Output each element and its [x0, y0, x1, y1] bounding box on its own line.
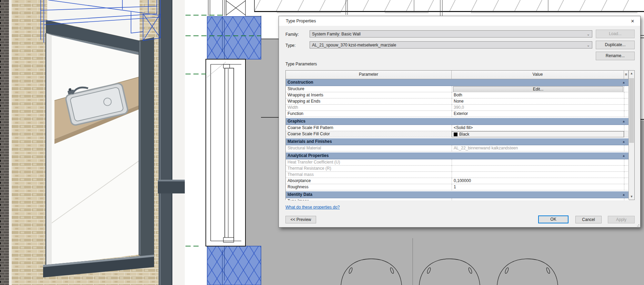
scroll-down-icon[interactable]: ▼	[629, 194, 634, 200]
param-row-roughness[interactable]: Roughness1	[286, 184, 629, 190]
section-title: Materials and Finishes	[286, 138, 619, 145]
row-equalizer-cell	[624, 105, 629, 111]
scroll-up-icon[interactable]: ▲	[629, 71, 634, 76]
color-name: Black	[459, 131, 469, 137]
viewport-3d-view[interactable]	[0, 0, 185, 285]
resize-grip[interactable]	[636, 223, 639, 226]
section-header-graphics[interactable]: Graphics«	[286, 118, 629, 125]
row-equalizer-cell	[624, 98, 629, 105]
param-row-thermal-mass[interactable]: Thermal mass	[286, 172, 629, 178]
param-row-structure[interactable]: StructureEdit...	[286, 86, 629, 92]
family-dropdown[interactable]: System Family: Basic Wall ⌄	[310, 30, 592, 38]
table-scrollbar[interactable]: ▲ ▼	[628, 71, 634, 200]
selected-wall-bottom[interactable]	[207, 246, 261, 285]
type-dropdown[interactable]: AL_21_spouw_370 kzst-metselwerk_marziale…	[310, 41, 592, 49]
param-row-type-image[interactable]: Type Image	[286, 198, 629, 200]
param-value[interactable]: Edit...	[452, 86, 624, 92]
chevron-down-icon[interactable]: ⌄	[587, 42, 590, 49]
window-left-jamb	[46, 33, 52, 273]
close-icon[interactable]: ✕	[628, 18, 637, 25]
preview-toggle-button[interactable]: << Preview	[285, 216, 316, 223]
param-name: Coarse Scale Fill Color	[286, 131, 452, 137]
dark-brick-pier	[0, 0, 9, 285]
section-header-materials-and-finishes[interactable]: Materials and Finishes«	[286, 138, 629, 145]
param-name: Width	[286, 105, 452, 111]
section-collapse-icon[interactable]: «	[621, 151, 627, 161]
param-value[interactable]: Black	[452, 131, 624, 137]
duplicate-button[interactable]: Duplicate...	[596, 41, 635, 49]
section-collapse-icon[interactable]: «	[621, 190, 627, 200]
column-header-parameter[interactable]: Parameter	[286, 71, 452, 79]
dialog-title: Type Properties	[286, 19, 316, 23]
family-value: System Family: Basic Wall	[312, 32, 361, 36]
param-value[interactable]: None	[452, 98, 624, 105]
param-row-thermal-resistance-r-[interactable]: Thermal Resistance (R)	[286, 166, 629, 172]
type-value: AL_21_spouw_370 kzst-metselwerk_marziale	[312, 43, 396, 48]
hatched-wall-plan	[254, 0, 644, 11]
param-name: Type Image	[286, 198, 452, 200]
section-header-identity-data[interactable]: Identity Data«	[286, 191, 629, 198]
window-plan-between-walls[interactable]	[206, 59, 245, 246]
param-name: Thermal mass	[286, 172, 452, 178]
selected-wall-top[interactable]	[207, 17, 261, 59]
param-name: Roughness	[286, 184, 452, 190]
scrollbar-thumb[interactable]	[629, 78, 634, 143]
chevron-down-icon[interactable]: ⌄	[587, 31, 590, 38]
properties-help-link[interactable]: What do these properties do?	[285, 205, 340, 210]
rename-button[interactable]: Rename...	[596, 52, 635, 60]
apply-button[interactable]: Apply	[608, 216, 635, 223]
section-header-construction[interactable]: Construction«	[286, 79, 629, 86]
param-name: Heat Transfer Coefficient (U)	[286, 159, 452, 166]
row-equalizer-cell	[624, 172, 629, 178]
family-label: Family:	[285, 32, 299, 37]
section-collapse-icon[interactable]: «	[621, 117, 627, 126]
param-row-heat-transfer-coefficient-u-[interactable]: Heat Transfer Coefficient (U)	[286, 159, 629, 166]
facade-window-right	[158, 0, 185, 285]
section-collapse-icon[interactable]: «	[621, 79, 627, 87]
column-header-value[interactable]: Value	[452, 71, 624, 79]
param-name: Thermal Resistance (R)	[286, 166, 452, 172]
param-row-absorptance[interactable]: Absorptance0,100000	[286, 178, 629, 184]
param-value[interactable]	[452, 166, 624, 172]
section-header-analytical-properties[interactable]: Analytical Properties«	[286, 152, 629, 159]
section-title: Graphics	[286, 118, 619, 125]
section-title: Analytical Properties	[286, 152, 619, 159]
param-name: Absorptance	[286, 178, 452, 184]
ok-button[interactable]: OK	[538, 215, 568, 223]
param-row-coarse-scale-fill-pattern[interactable]: Coarse Scale Fill Pattern<Solid fill>	[286, 125, 629, 131]
param-row-wrapping-at-ends[interactable]: Wrapping at EndsNone	[286, 98, 629, 105]
param-name: Structure	[286, 86, 452, 92]
param-row-wrapping-at-inserts[interactable]: Wrapping at InsertsBoth	[286, 92, 629, 98]
param-row-structural-material[interactable]: Structural MaterialAL_22_binnenwand kalk…	[286, 145, 629, 151]
param-value[interactable]	[452, 159, 624, 166]
param-value[interactable]: AL_22_binnenwand kalkzandsteen	[452, 145, 624, 151]
type-label: Type:	[285, 43, 295, 48]
param-value[interactable]: 390,0	[452, 105, 624, 111]
dialog-titlebar[interactable]	[279, 16, 640, 26]
param-name: Function	[286, 111, 452, 117]
param-value[interactable]: 1	[452, 184, 624, 190]
row-equalizer-cell	[624, 178, 629, 184]
param-row-coarse-scale-fill-color[interactable]: Coarse Scale Fill ColorBlack	[286, 131, 629, 137]
row-equalizer-cell	[624, 111, 629, 117]
param-value[interactable]	[452, 198, 624, 200]
param-value[interactable]: <Solid fill>	[452, 125, 624, 131]
load-button[interactable]: Load...	[596, 30, 635, 38]
param-row-width[interactable]: Width390,0	[286, 105, 629, 111]
param-name: Structural Material	[286, 145, 452, 151]
type-parameters-label: Type Parameters	[285, 62, 317, 66]
param-value[interactable]: Exterior	[452, 111, 624, 117]
param-row-function[interactable]: FunctionExterior	[286, 111, 629, 117]
param-value[interactable]: 0,100000	[452, 178, 624, 184]
cancel-button[interactable]: Cancel	[575, 216, 602, 223]
section-collapse-icon[interactable]: «	[621, 137, 627, 147]
param-value[interactable]: Both	[452, 92, 624, 98]
type-parameters-table: Parameter Value = Construction«Structure…	[285, 70, 635, 200]
window-right-jamb	[139, 37, 154, 259]
section-title: Identity Data	[286, 191, 619, 198]
row-equalizer-cell	[624, 166, 629, 172]
param-value[interactable]	[452, 172, 624, 178]
equalizer-icon[interactable]: =	[624, 71, 628, 79]
window-interior-view	[48, 31, 145, 268]
edit-structure-button[interactable]: Edit...	[453, 86, 623, 92]
